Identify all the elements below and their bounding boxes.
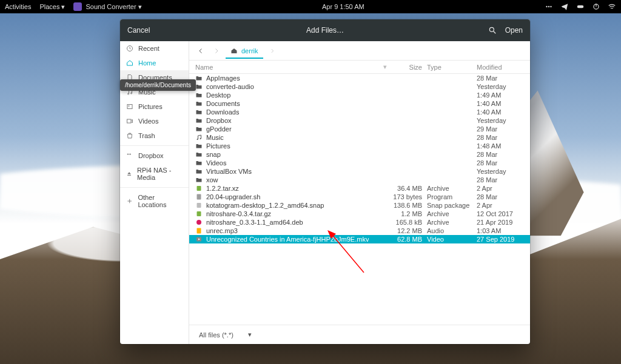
col-header-type[interactable]: Type [427,64,477,71]
file-list[interactable]: AppImages28 Marconverted-audioYesterdayD… [189,74,530,325]
sidebar-item-videos[interactable]: Videos [120,114,189,128]
file-modified-label: 1:03 AM [477,227,528,234]
file-name-label: unrec.mp3 [206,227,238,234]
sidebar-item-other-locations[interactable]: Other Locations [120,190,189,212]
file-row[interactable]: Videos28 Mar [189,159,530,167]
file-row[interactable]: nitroshare-0.3.4.tar.gz1.2 MBArchive12 O… [189,210,530,218]
file-modified-label: Yesterday [477,117,528,124]
archive-icon [195,185,203,192]
file-row[interactable]: kotatogram-desktop_1.2.2_amd64.snap138.6… [189,201,530,210]
sidebar-item-dropbox[interactable]: Dropbox [120,148,189,163]
places-menu[interactable]: Places ▾ [39,3,65,11]
svg-point-9 [128,93,129,94]
file-row[interactable]: Unrecognized Countries in America-fjHHP2… [189,235,530,243]
folder-icon [195,125,203,133]
file-row[interactable]: AppImages28 Mar [189,74,530,82]
file-type-label: Snap package [427,202,477,209]
nav-next-crumb[interactable] [266,44,279,58]
svg-point-20 [196,220,201,225]
tray-icon[interactable] [545,2,553,11]
sidebar-item-recent[interactable]: Recent [120,41,189,56]
file-name-label: gPodder [206,125,232,133]
file-name-label: AppImages [206,74,240,82]
sidebar-item-label: Trash [138,132,155,139]
col-header-name[interactable]: Name ▾ [192,63,387,71]
nav-forward-button[interactable] [210,44,223,58]
power-icon[interactable] [592,2,600,11]
file-row[interactable]: Pictures1:48 AM [189,142,530,150]
home-icon [230,47,238,55]
file-modified-label: 28 Mar [477,176,528,184]
file-row[interactable]: DropboxYesterday [189,116,530,125]
open-button[interactable]: Open [505,26,523,35]
file-modified-label: 28 Mar [477,74,528,82]
file-row[interactable]: nitroshare_0.3.3-1.1_amd64.deb165.8 kBAr… [189,218,530,227]
file-modified-label: 28 Mar [477,159,528,167]
file-row[interactable]: Desktop1:49 AM [189,91,530,99]
search-button[interactable] [488,26,497,35]
wifi-icon[interactable] [608,2,616,11]
file-row[interactable]: VirtualBox VMsYesterday [189,167,530,176]
col-header-size[interactable]: Size [387,64,427,71]
telegram-icon[interactable] [560,2,569,11]
file-name-label: Music [206,134,224,141]
file-modified-label: 1:48 AM [477,142,528,150]
folder-icon [195,108,203,116]
file-row[interactable]: snap28 Mar [189,150,530,159]
file-row[interactable]: converted-audioYesterday [189,82,530,91]
nav-back-button[interactable] [194,44,207,58]
file-size-label: 36.4 MB [387,185,427,192]
file-size-label: 12.2 MB [387,227,427,234]
file-row[interactable]: unrec.mp312.2 MBAudio1:03 AM [189,227,530,235]
file-type-label: Audio [427,227,477,234]
breadcrumb-current[interactable]: derrik [226,43,263,59]
file-row[interactable]: xow28 Mar [189,176,530,184]
svg-point-10 [131,93,132,94]
system-tray [545,2,616,11]
file-size-label: 138.6 MB [387,202,427,209]
path-tooltip: /home/derrik/Documents [120,79,196,91]
svg-point-1 [548,6,549,7]
file-row[interactable]: 20.04-upgrader.sh173 bytesProgram28 Mar [189,193,530,201]
file-modified-label: 28 Mar [477,134,528,141]
file-row[interactable]: gPodder29 Mar [189,125,530,133]
home-icon [126,59,133,67]
snap-icon [195,202,203,209]
file-modified-label: Yesterday [477,83,528,90]
file-name-label: Pictures [206,142,230,150]
folder-icon [195,176,203,184]
file-modified-label: 1:40 AM [477,100,528,107]
clock[interactable]: Apr 9 1:50 AM [322,3,364,10]
cancel-button[interactable]: Cancel [127,26,150,35]
file-row[interactable]: Downloads1:40 AM [189,108,530,116]
video-icon [195,236,203,243]
svg-point-2 [550,6,551,7]
music-icon [195,134,203,141]
file-modified-label: 12 Oct 2017 [477,210,528,217]
file-name-label: Documents [206,100,240,107]
file-row[interactable]: Music28 Mar [189,133,530,142]
app-menu[interactable]: Sound Converter ▾ [73,2,141,11]
svg-rect-3 [577,5,584,8]
file-row[interactable]: 1.2.2.tar.xz36.4 MBArchive2 Apr [189,184,530,193]
sidebar-item-nas[interactable]: RPi4 NAS - Media [120,163,189,185]
file-filter-combo[interactable]: All files (*.*) ▾ [194,329,257,340]
file-size-label: 62.8 MB [387,236,427,243]
script-icon [195,193,203,200]
sidebar-item-trash[interactable]: Trash [120,128,189,143]
controller-icon[interactable] [576,2,585,11]
plus-icon [126,197,133,205]
col-header-modified[interactable]: Modified [477,64,528,71]
svg-rect-16 [197,186,201,191]
sidebar-item-home[interactable]: Home [120,56,189,70]
svg-rect-18 [197,203,201,208]
file-type-label: Program [427,193,477,200]
file-name-label: Videos [206,159,226,167]
app-icon [73,2,82,11]
svg-rect-19 [197,211,201,216]
file-name-label: Unrecognized Countries in America-fjHHP2… [206,236,369,243]
sidebar-item-pictures[interactable]: Pictures [120,99,189,114]
file-row[interactable]: Documents1:40 AM [189,99,530,108]
file-list-header[interactable]: Name ▾ Size Type Modified [189,61,530,74]
activities-button[interactable]: Activities [5,3,31,10]
